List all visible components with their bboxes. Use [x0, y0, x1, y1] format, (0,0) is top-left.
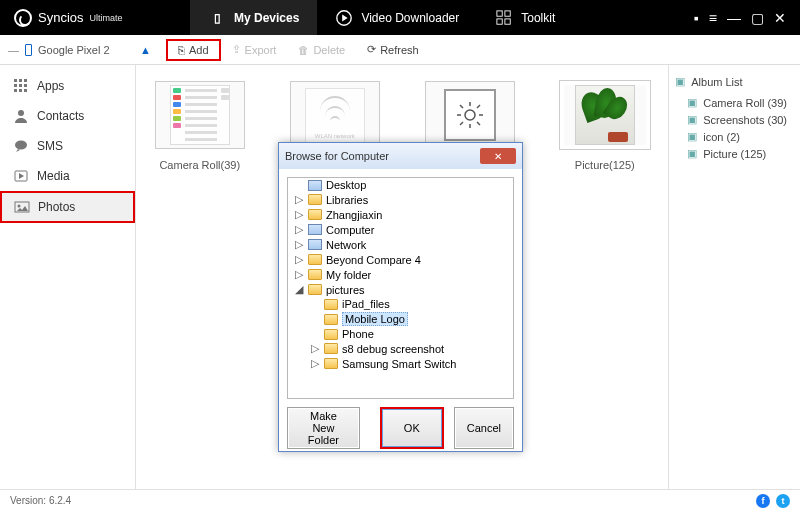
- dialog-close-button[interactable]: ✕: [480, 148, 516, 164]
- cancel-button[interactable]: Cancel: [454, 407, 514, 449]
- tree-row[interactable]: ▷Beyond Compare 4: [288, 252, 513, 267]
- thumb-label: Camera Roll(39): [159, 159, 240, 171]
- svg-rect-1: [497, 10, 502, 15]
- media-icon: [13, 168, 29, 184]
- add-button[interactable]: ⎘ Add: [166, 39, 221, 61]
- album-item-screenshots[interactable]: ▣ Screenshots (30): [675, 111, 794, 128]
- tree-twisty[interactable]: ▷: [294, 238, 304, 251]
- tree-row[interactable]: ▷Network: [288, 237, 513, 252]
- sidebar-item-apps[interactable]: Apps: [0, 71, 135, 101]
- tree-row[interactable]: ▷My folder: [288, 267, 513, 282]
- tab-video-downloader[interactable]: Video Downloader: [317, 0, 477, 35]
- folder-icon: [324, 299, 338, 310]
- sidebar-item-sms[interactable]: SMS: [0, 131, 135, 161]
- apps-icon: [13, 78, 29, 94]
- tree-row[interactable]: ▷s8 debug screenshot: [288, 341, 513, 356]
- tree-twisty[interactable]: ▷: [294, 223, 304, 236]
- picture-icon: ▣: [687, 113, 697, 126]
- tree-twisty[interactable]: ▷: [294, 253, 304, 266]
- svg-rect-4: [505, 18, 510, 23]
- folder-tree[interactable]: Desktop▷Libraries▷Zhangjiaxin▷Computer▷N…: [287, 177, 514, 399]
- thumb-preview: [155, 81, 245, 149]
- album-item-picture[interactable]: ▣ Picture (125): [675, 145, 794, 162]
- tree-row[interactable]: Desktop: [288, 178, 513, 192]
- album-item-label: icon (2): [703, 131, 740, 143]
- wifi-icon: [305, 88, 365, 143]
- minimize-button[interactable]: —: [727, 10, 741, 26]
- tree-row[interactable]: ▷Zhangjiaxin: [288, 207, 513, 222]
- svg-rect-3: [497, 18, 502, 23]
- folder-icon: [308, 254, 322, 265]
- tree-twisty[interactable]: ▷: [294, 208, 304, 221]
- svg-line-25: [477, 122, 480, 125]
- refresh-button[interactable]: ⟳ Refresh: [356, 39, 430, 61]
- folder-icon: [324, 314, 338, 325]
- tab-label: Toolkit: [521, 11, 555, 25]
- tree-label: Network: [326, 239, 366, 251]
- thumb-preview: [425, 81, 515, 149]
- tree-row[interactable]: ◢pictures: [288, 282, 513, 297]
- tree-twisty[interactable]: ◢: [294, 283, 304, 296]
- tab-toolkit[interactable]: Toolkit: [477, 0, 573, 35]
- tree-label: Libraries: [326, 194, 368, 206]
- tab-label: Video Downloader: [361, 11, 459, 25]
- brightness-icon: [444, 89, 496, 141]
- tree-row[interactable]: Phone: [288, 327, 513, 341]
- make-new-folder-button[interactable]: Make New Folder: [287, 407, 360, 449]
- dialog-titlebar[interactable]: Browse for Computer ✕: [279, 143, 522, 169]
- sidebar-item-label: Apps: [37, 79, 64, 93]
- folder-icon: [324, 358, 338, 369]
- sidebar-item-media[interactable]: Media: [0, 161, 135, 191]
- photos-icon: [14, 199, 30, 215]
- album-thumb-picture[interactable]: Picture(125): [557, 81, 652, 473]
- computer-icon: [308, 239, 322, 250]
- tree-twisty[interactable]: ▷: [294, 268, 304, 281]
- album-item-icon[interactable]: ▣ icon (2): [675, 128, 794, 145]
- chat-icon[interactable]: ▪: [694, 10, 699, 26]
- thumb-preview: [560, 81, 650, 149]
- close-button[interactable]: ✕: [774, 10, 786, 26]
- grid-icon: [495, 9, 513, 27]
- tree-twisty[interactable]: ▷: [310, 357, 320, 370]
- dialog-title: Browse for Computer: [285, 150, 389, 162]
- delete-button[interactable]: 🗑 Delete: [287, 39, 356, 61]
- menu-icon[interactable]: ≡: [709, 10, 717, 26]
- sidebar-item-label: Photos: [38, 200, 75, 214]
- svg-rect-12: [19, 89, 22, 92]
- tree-row[interactable]: iPad_files: [288, 297, 513, 311]
- maximize-button[interactable]: ▢: [751, 10, 764, 26]
- facebook-icon[interactable]: f: [756, 494, 770, 508]
- sidebar-item-photos[interactable]: Photos: [0, 191, 135, 223]
- computer-icon: [308, 224, 322, 235]
- export-button[interactable]: ⇪ Export: [221, 39, 288, 61]
- svg-rect-6: [19, 79, 22, 82]
- device-name: Google Pixel 2: [38, 44, 110, 56]
- twitter-icon[interactable]: t: [776, 494, 790, 508]
- export-icon: ⇪: [232, 43, 241, 56]
- tree-twisty[interactable]: ▷: [310, 342, 320, 355]
- ok-button[interactable]: OK: [380, 407, 444, 449]
- top-bar: Syncios Ultimate ▯ My Devices Video Down…: [0, 0, 800, 35]
- computer-icon: [308, 180, 322, 191]
- tree-row[interactable]: ▷Computer: [288, 222, 513, 237]
- window-controls: ▪ ≡ — ▢ ✕: [694, 10, 800, 26]
- svg-line-26: [460, 122, 463, 125]
- tree-row[interactable]: ▷Samsung Smart Switch: [288, 356, 513, 371]
- folder-icon: [308, 269, 322, 280]
- folder-icon: [324, 329, 338, 340]
- tree-twisty[interactable]: ▷: [294, 193, 304, 206]
- tree-row[interactable]: ▷Libraries: [288, 192, 513, 207]
- album-item-camera-roll[interactable]: ▣ Camera Roll (39): [675, 94, 794, 111]
- tab-my-devices[interactable]: ▯ My Devices: [190, 0, 317, 35]
- sidebar-item-contacts[interactable]: Contacts: [0, 101, 135, 131]
- device-selector[interactable]: — Google Pixel 2: [0, 44, 140, 56]
- version-label: Version: 6.2.4: [10, 495, 71, 506]
- svg-rect-10: [24, 84, 27, 87]
- contact-icon: [13, 108, 29, 124]
- tree-label: Beyond Compare 4: [326, 254, 421, 266]
- album-thumb-camera-roll[interactable]: Camera Roll(39): [152, 81, 247, 473]
- app-logo-icon: [14, 9, 32, 27]
- tree-row[interactable]: Mobile Logo: [288, 311, 513, 327]
- eject-button[interactable]: ▲: [140, 44, 156, 56]
- album-item-label: Camera Roll (39): [703, 97, 787, 109]
